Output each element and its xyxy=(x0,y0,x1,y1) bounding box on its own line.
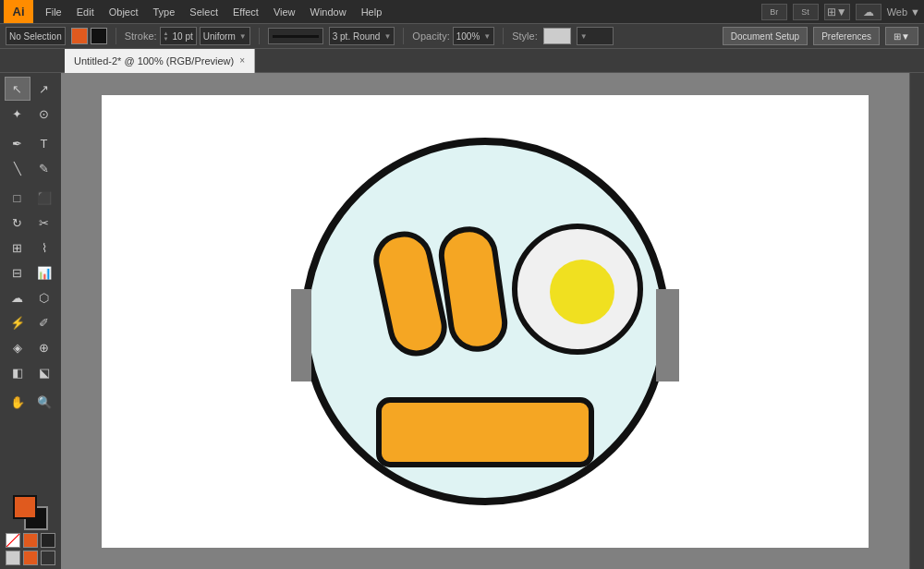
foreground-color-swatch[interactable] xyxy=(13,495,37,519)
scale-tool-button[interactable]: ⊞ xyxy=(5,236,30,260)
type-tool-button[interactable]: T xyxy=(31,131,57,155)
tab-title: Untitled-2* @ 100% (RGB/Preview) xyxy=(74,55,234,67)
rectangle-tool-button[interactable]: □ xyxy=(5,186,30,210)
extra-swatches-row xyxy=(6,533,55,548)
gray-swatch[interactable] xyxy=(6,551,20,565)
rotate-tool-button[interactable]: ↻ xyxy=(5,211,30,235)
style-label: Style: xyxy=(512,30,538,42)
menu-select[interactable]: Select xyxy=(183,5,225,19)
divider-1 xyxy=(116,28,116,44)
opacity-input[interactable]: 100% ▼ xyxy=(453,27,495,45)
menu-file[interactable]: File xyxy=(39,5,68,19)
lasso-tool-button[interactable]: ⊙ xyxy=(31,102,57,126)
eyedropper-tool-button[interactable]: ✐ xyxy=(31,310,57,334)
document-tab[interactable]: Untitled-2* @ 100% (RGB/Preview) × xyxy=(65,49,255,73)
svg-rect-7 xyxy=(379,400,591,465)
line-tool-button[interactable]: ╲ xyxy=(5,156,30,180)
pencil-tool-button[interactable]: ✎ xyxy=(31,156,57,180)
mesh-tool-button[interactable]: ⊕ xyxy=(31,335,57,359)
warp-tool-button[interactable]: ⌇ xyxy=(31,236,57,260)
blend-tool-button[interactable]: ◈ xyxy=(5,335,30,359)
tool-row-1: ↖ ↗ xyxy=(5,77,57,101)
color-swatch[interactable] xyxy=(23,533,38,548)
fg-bg-swatches xyxy=(13,495,48,530)
tab-close-button[interactable]: × xyxy=(239,55,245,66)
menu-edit[interactable]: Edit xyxy=(70,5,101,19)
canvas-white xyxy=(102,95,869,548)
selection-indicator: No Selection xyxy=(6,27,66,45)
divider-2 xyxy=(259,28,260,44)
hand-tool-button[interactable]: ✋ xyxy=(5,390,30,414)
menu-view[interactable]: View xyxy=(267,5,302,19)
tab-bar: Untitled-2* @ 100% (RGB/Preview) × xyxy=(0,49,924,73)
fill-color-swatch[interactable] xyxy=(71,28,88,44)
preferences-button[interactable]: Preferences xyxy=(813,27,880,45)
menu-window[interactable]: Window xyxy=(304,5,353,19)
stroke-color-swatch[interactable] xyxy=(91,28,107,44)
app-logo: Ai xyxy=(4,0,33,23)
opacity-group: Opacity: 100% ▼ xyxy=(412,27,494,45)
svg-rect-1 xyxy=(291,289,311,381)
apps-icon[interactable]: ⊞▼ xyxy=(824,4,850,20)
artwork-svg xyxy=(291,127,679,515)
none-swatch[interactable] xyxy=(6,533,20,548)
divider-3 xyxy=(403,28,404,44)
svg-point-6 xyxy=(550,260,614,324)
bottom-swatches-row xyxy=(6,551,55,565)
graph-tool-button[interactable]: ⊟ xyxy=(5,260,30,284)
dark-swatch[interactable] xyxy=(41,551,55,565)
color-swatches-area xyxy=(6,495,55,565)
web-label[interactable]: Web ▼ xyxy=(887,6,920,18)
stroke-type-select[interactable]: Uniform ▼ xyxy=(200,27,250,45)
symbol-sprayer-button[interactable]: ☁ xyxy=(5,285,30,309)
stroke-label: Stroke: xyxy=(125,30,157,42)
left-toolbar: ↖ ↗ ✦ ⊙ ✒ T ╲ ✎ □ ⬛ ↻ ✂ ⊞ ⌇ ⊟ xyxy=(0,73,61,569)
main-area: ↖ ↗ ✦ ⊙ ✒ T ╲ ✎ □ ⬛ ↻ ✂ ⊞ ⌇ ⊟ xyxy=(0,73,924,569)
opacity-label: Opacity: xyxy=(412,30,449,42)
menu-object[interactable]: Object xyxy=(103,5,145,19)
creative-cloud-icon[interactable]: ☁ xyxy=(856,4,881,20)
scissors-tool-button[interactable]: ✂ xyxy=(31,211,57,235)
bridge-icon[interactable]: Br xyxy=(761,4,787,20)
direct-selection-tool-button[interactable]: ↗ xyxy=(31,77,57,101)
paintbrush-tool-button[interactable]: ⬛ xyxy=(31,186,57,210)
free-transform-button[interactable]: ⬕ xyxy=(31,360,57,384)
stroke-line-preview xyxy=(268,28,323,44)
column-graph-button[interactable]: 📊 xyxy=(31,260,57,284)
menu-effect[interactable]: Effect xyxy=(226,5,265,19)
divider-4 xyxy=(503,28,504,44)
fill-stroke-group xyxy=(71,28,107,44)
pen-tool-button[interactable]: ✒ xyxy=(5,131,30,155)
magic-wand-tool-button[interactable]: ✦ xyxy=(5,102,30,126)
style-swatch[interactable] xyxy=(543,28,571,44)
artboard-tool-button[interactable]: ⬡ xyxy=(31,285,57,309)
menu-type[interactable]: Type xyxy=(147,5,182,19)
stroke-style-select[interactable]: 3 pt. Round ▼ xyxy=(329,27,395,45)
gradient-tool-button[interactable]: ◧ xyxy=(5,360,30,384)
selection-tool-button[interactable]: ↖ xyxy=(5,77,30,101)
menu-bar: Ai File Edit Object Type Select Effect V… xyxy=(0,0,924,23)
stroke-group: Stroke: ▲ ▼ 10 pt Uniform ▼ xyxy=(125,27,250,45)
canvas-area[interactable] xyxy=(61,73,909,569)
black-swatch[interactable] xyxy=(41,533,55,548)
options-bar: No Selection Stroke: ▲ ▼ 10 pt Uniform ▼… xyxy=(0,23,924,49)
style-dropdown[interactable]: ▼ xyxy=(577,27,614,45)
svg-rect-2 xyxy=(656,289,679,381)
right-scroll-panel[interactable] xyxy=(909,73,924,569)
menu-help[interactable]: Help xyxy=(355,5,389,19)
orange-swatch[interactable] xyxy=(23,551,38,565)
slice-tool-button[interactable]: ⚡ xyxy=(5,310,30,334)
zoom-tool-button[interactable]: 🔍 xyxy=(31,390,57,414)
document-setup-button[interactable]: Document Setup xyxy=(723,27,808,45)
stroke-weight-input[interactable]: ▲ ▼ 10 pt xyxy=(160,27,197,45)
stock-icon[interactable]: St xyxy=(793,4,819,20)
arrange-icons-button[interactable]: ⊞▼ xyxy=(885,27,918,45)
